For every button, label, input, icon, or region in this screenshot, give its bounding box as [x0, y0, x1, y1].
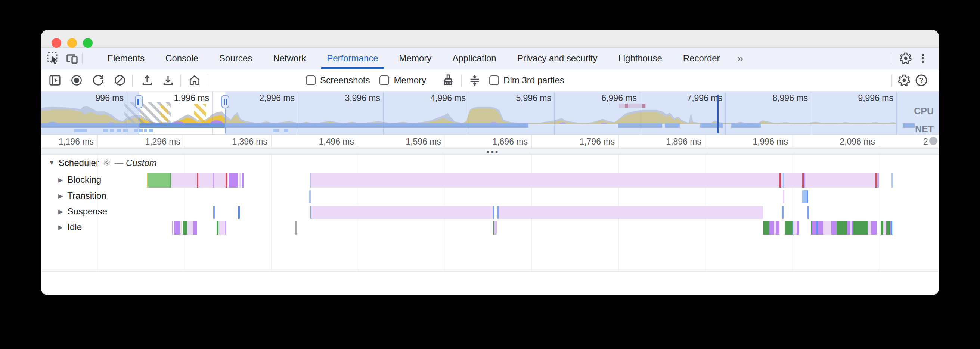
expand-triangle-icon[interactable]: ▶	[58, 193, 63, 199]
timeline-segment[interactable]	[802, 190, 807, 203]
clear-icon[interactable]	[113, 74, 126, 87]
timeline-segment[interactable]	[197, 174, 198, 188]
timeline-segment[interactable]	[811, 221, 811, 235]
tab-recorder[interactable]: Recorder	[673, 48, 730, 69]
tab-elements[interactable]: Elements	[97, 48, 155, 69]
timeline-segment[interactable]	[785, 221, 792, 235]
timeline-segment[interactable]	[171, 174, 228, 188]
tab-console[interactable]: Console	[155, 48, 209, 69]
settings-gear-icon[interactable]	[897, 50, 914, 67]
timeline-segment[interactable]	[226, 174, 228, 188]
row-label-transition[interactable]: ▶Transition	[58, 191, 107, 201]
timeline-segment[interactable]	[296, 221, 296, 235]
timeline-segment[interactable]	[782, 206, 784, 218]
timeline-segment[interactable]	[213, 174, 214, 188]
timeline-segment[interactable]	[213, 206, 215, 218]
collapse-triangle-icon[interactable]: ▼	[49, 159, 55, 167]
timeline-segment[interactable]	[807, 190, 808, 203]
timeline-segment[interactable]	[783, 174, 784, 188]
selection-handle-left[interactable]	[135, 95, 143, 108]
timeline-segment[interactable]	[495, 221, 497, 235]
screenshots-checkbox[interactable]	[306, 75, 316, 85]
tab-performance[interactable]: Performance	[317, 48, 388, 69]
device-toolbar-icon[interactable]	[66, 52, 78, 65]
timeline-segment[interactable]	[868, 221, 871, 235]
playhead-line[interactable]	[717, 94, 719, 134]
timeline-segment[interactable]	[229, 174, 238, 188]
tab-memory[interactable]: Memory	[389, 48, 442, 69]
timeline-segment[interactable]	[812, 221, 816, 235]
timeline-segment[interactable]	[148, 174, 170, 188]
help-icon[interactable]: ?	[913, 72, 930, 89]
timeline-segment[interactable]	[769, 221, 774, 235]
timeline-segment[interactable]	[797, 221, 799, 235]
tab-network[interactable]: Network	[262, 48, 317, 69]
tab-lighthouse[interactable]: Lighthouse	[608, 48, 672, 69]
timeline-segment[interactable]	[807, 206, 809, 218]
timeline-segment[interactable]	[877, 174, 879, 188]
timeline-segment[interactable]	[891, 221, 892, 235]
timeline-segment[interactable]	[311, 174, 877, 188]
record-and-reload-icon[interactable]	[92, 74, 105, 87]
timeline-segment[interactable]	[875, 174, 877, 188]
timeline-segment[interactable]	[793, 221, 797, 235]
timeline-segment[interactable]	[172, 221, 173, 235]
timeline-segment[interactable]	[881, 221, 883, 235]
row-label-suspense[interactable]: ▶Suspense	[58, 206, 107, 217]
zoom-window-button[interactable]	[83, 38, 92, 48]
show-sidebar-icon[interactable]	[49, 74, 61, 87]
capture-settings-gear-icon[interactable]	[896, 72, 913, 89]
timeline-segment[interactable]	[804, 174, 805, 188]
timeline-segment[interactable]	[779, 174, 781, 188]
timeline-overview[interactable]: 996 ms1,996 ms2,996 ms3,996 ms4,996 ms5,…	[41, 92, 939, 134]
timeline-segment[interactable]	[188, 221, 193, 235]
expand-triangle-icon[interactable]: ▶	[58, 176, 63, 183]
expand-triangle-icon[interactable]: ▶	[58, 224, 63, 231]
timeline-segment[interactable]	[499, 206, 763, 218]
close-window-button[interactable]	[51, 38, 61, 48]
timeline-segment[interactable]	[174, 221, 180, 235]
panel-resize-divider[interactable]: •••	[41, 148, 939, 155]
timeline-segment[interactable]	[853, 221, 868, 235]
compress-track-icon[interactable]	[468, 74, 481, 87]
tab-application[interactable]: Application	[442, 48, 506, 69]
memory-checkbox[interactable]	[379, 75, 389, 85]
timeline-segment[interactable]	[818, 221, 823, 235]
timeline-segment[interactable]	[180, 221, 181, 235]
timeline-segment[interactable]	[783, 190, 784, 203]
download-profile-icon[interactable]	[162, 74, 174, 87]
track-header-scheduler[interactable]: ▼ Scheduler ⚛ — Custom	[49, 158, 157, 168]
timeline-segment[interactable]	[831, 221, 837, 235]
timeline-segment[interactable]	[871, 221, 877, 235]
row-label-idle[interactable]: ▶Idle	[58, 222, 82, 233]
scrollbar-thumb[interactable]	[929, 137, 937, 145]
more-tabs-icon[interactable]: »	[730, 52, 750, 65]
timeline-segment[interactable]	[238, 206, 240, 218]
timeline-segment[interactable]	[892, 221, 893, 235]
selection-handle-right[interactable]	[221, 95, 229, 108]
collect-garbage-icon[interactable]	[442, 74, 455, 87]
timeline-segment[interactable]	[193, 221, 197, 235]
timeline-segment[interactable]	[776, 221, 780, 235]
minimize-window-button[interactable]	[67, 38, 77, 48]
timeline-segment[interactable]	[239, 174, 240, 188]
timeline-segment[interactable]	[847, 221, 850, 235]
timeline-segment[interactable]	[225, 221, 226, 235]
timeline-segment[interactable]	[309, 190, 311, 203]
timeline-segment[interactable]	[891, 174, 893, 188]
timeline-segment[interactable]	[883, 221, 886, 235]
dim-3rd-parties-checkbox[interactable]	[489, 75, 499, 85]
timeline-segment[interactable]	[493, 206, 494, 218]
record-icon[interactable]	[70, 74, 83, 87]
timeline-segment[interactable]	[183, 221, 188, 235]
live-metrics-home-icon[interactable]	[188, 74, 201, 87]
timeline-segment[interactable]	[823, 221, 831, 235]
timeline-segment[interactable]	[312, 206, 493, 218]
timeline-segment[interactable]	[218, 221, 225, 235]
upload-profile-icon[interactable]	[141, 74, 153, 87]
timeline-segment[interactable]	[764, 221, 769, 235]
expand-triangle-icon[interactable]: ▶	[58, 208, 63, 215]
row-label-blocking[interactable]: ▶Blocking	[58, 174, 101, 185]
tab-privacy-and-security[interactable]: Privacy and security	[507, 48, 608, 69]
tab-sources[interactable]: Sources	[209, 48, 262, 69]
